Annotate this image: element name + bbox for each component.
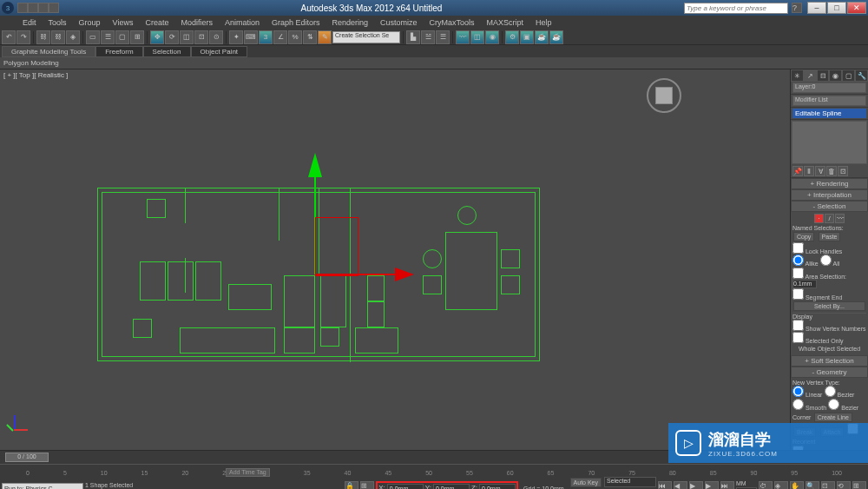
spinner-snap-icon[interactable]: ⇅ <box>303 30 317 44</box>
render-frame-icon[interactable]: ▣ <box>520 30 534 44</box>
spline-subobj-icon[interactable]: 〰 <box>835 214 845 223</box>
create-line-button[interactable]: Create Line <box>814 413 852 422</box>
rollout-interpolation[interactable]: + Interpolation <box>791 189 868 201</box>
remove-mod-icon[interactable]: 🗑 <box>826 166 837 176</box>
move-icon[interactable]: ✥ <box>150 30 164 44</box>
menu-graph-editors[interactable]: Graph Editors <box>266 17 326 28</box>
menu-customize[interactable]: Customize <box>375 17 423 28</box>
app-icon[interactable]: 3 <box>2 2 14 14</box>
tab-graphite[interactable]: Graphite Modeling Tools <box>2 46 95 57</box>
pan-icon[interactable]: ✋ <box>790 481 804 489</box>
lock-handles-checkbox[interactable]: Lock Handles <box>792 242 866 254</box>
rollout-rendering[interactable]: + Rendering <box>791 178 868 189</box>
qat-btn[interactable] <box>28 3 38 13</box>
help-search-input[interactable] <box>684 3 788 14</box>
menu-edit[interactable]: Edit <box>17 17 42 28</box>
segment-end-checkbox[interactable]: Segment End <box>792 288 866 301</box>
max-viewport-icon[interactable]: ⊞ <box>852 481 866 489</box>
gizmo-x-arrow-icon[interactable] <box>395 268 414 281</box>
abs-rel-icon[interactable]: ⊞ <box>360 481 374 489</box>
percent-snap-icon[interactable]: % <box>288 30 302 44</box>
zoom-icon[interactable]: 🔍 <box>806 481 819 489</box>
segment-subobj-icon[interactable]: / <box>825 214 834 223</box>
tab-freeform[interactable]: Freeform <box>95 46 142 57</box>
close-button[interactable]: ✕ <box>847 2 866 14</box>
tab-object-paint[interactable]: Object Paint <box>191 46 248 57</box>
unique-icon[interactable]: ∀ <box>815 166 825 176</box>
area-sel-checkbox[interactable]: Area Selection: 0.1mm <box>792 268 866 288</box>
menu-animation[interactable]: Animation <box>220 17 265 28</box>
tab-selection[interactable]: Selection <box>143 46 191 57</box>
rollout-geometry[interactable]: - Geometry <box>791 367 868 378</box>
display-tab-icon[interactable]: ▢ <box>842 69 855 82</box>
alike-radio[interactable]: Alike <box>792 261 819 267</box>
modify-tab-icon[interactable]: ↗ <box>804 69 817 82</box>
configure-icon[interactable]: ⊡ <box>838 166 848 176</box>
angle-snap-icon[interactable]: ∠ <box>273 30 287 44</box>
viewport[interactable]: [ + ][ Top ][ Realistic ] <box>0 69 790 450</box>
time-config-icon[interactable]: ⏱ <box>759 481 773 489</box>
rotate-icon[interactable]: ⟳ <box>165 30 179 44</box>
goto-end-icon[interactable]: ⏭ <box>720 481 734 489</box>
render-setup-icon[interactable]: ⚙ <box>505 30 519 44</box>
keyboard-icon[interactable]: ⌨ <box>244 30 258 44</box>
rollout-selection[interactable]: - Selection <box>791 201 868 212</box>
material-editor-icon[interactable]: ◉ <box>485 30 499 44</box>
show-end-icon[interactable]: Ⅱ <box>804 166 814 176</box>
named-selection-dropdown[interactable]: Create Selection Se <box>332 31 400 43</box>
menu-rendering[interactable]: Rendering <box>327 17 374 28</box>
help-icon[interactable]: ? <box>792 3 802 13</box>
menu-crymaxtools[interactable]: CryMaxTools <box>424 17 480 28</box>
pin-stack-icon[interactable]: 📌 <box>792 166 803 176</box>
zoom-extents-icon[interactable]: ⊡ <box>821 481 835 489</box>
bezier-radio[interactable]: Bezier <box>825 392 855 398</box>
menu-group[interactable]: Group <box>74 17 106 28</box>
edit-named-sel-icon[interactable]: ✎ <box>318 30 332 44</box>
modifier-list-dropdown[interactable]: Modifier List <box>792 96 866 106</box>
copy-button[interactable]: Copy <box>793 232 814 241</box>
render-icon[interactable]: ☕ <box>535 30 549 44</box>
maximize-button[interactable]: □ <box>827 2 846 14</box>
menu-modifiers[interactable]: Modifiers <box>175 17 218 28</box>
render-prod-icon[interactable]: ☕ <box>549 30 563 44</box>
orbit-icon[interactable]: ⟲ <box>837 481 851 489</box>
show-vn-checkbox[interactable]: Show Vertex Numbers <box>792 320 866 332</box>
menu-maxscript[interactable]: MAXScript <box>482 17 529 28</box>
time-slider-handle[interactable]: 0 / 100 <box>5 453 49 462</box>
qat-btn[interactable] <box>38 3 49 13</box>
create-tab-icon[interactable]: ✳ <box>791 69 804 82</box>
minimize-button[interactable]: – <box>807 2 826 14</box>
play-icon[interactable]: ▶ <box>689 481 703 489</box>
undo-icon[interactable]: ↶ <box>2 30 16 44</box>
select-name-icon[interactable]: ☰ <box>101 30 115 44</box>
bind-icon[interactable]: ◈ <box>66 30 80 44</box>
auto-key-button[interactable]: Auto Key <box>570 478 602 487</box>
redo-icon[interactable]: ↷ <box>16 30 30 44</box>
select-by-button[interactable]: Select By... <box>793 301 865 311</box>
paste-button[interactable]: Paste <box>819 232 841 241</box>
lock-selection-icon[interactable]: 🔒 <box>345 481 358 489</box>
rollout-soft-sel[interactable]: + Soft Selection <box>791 355 868 367</box>
all-radio[interactable]: All <box>820 261 839 267</box>
gizmo-y-arrow-icon[interactable] <box>308 153 322 177</box>
prev-frame-icon[interactable]: ◀ <box>674 481 687 489</box>
utilities-tab-icon[interactable]: 🔧 <box>855 69 868 82</box>
x-coord-input[interactable] <box>387 484 424 490</box>
mirror-icon[interactable]: ▙ <box>406 30 420 44</box>
unlink-icon[interactable]: ⛓ <box>51 30 65 44</box>
hierarchy-tab-icon[interactable]: ⊟ <box>817 69 830 82</box>
next-frame-icon[interactable]: ▶ <box>705 481 719 489</box>
snap-toggle-icon[interactable]: 3 <box>259 30 273 44</box>
ref-coord-icon[interactable]: ⊡ <box>194 30 208 44</box>
add-time-tag[interactable]: Add Time Tag <box>226 468 270 477</box>
modifier-stack-item[interactable]: Editable Spline <box>792 109 866 118</box>
y-coord-input[interactable] <box>433 484 470 490</box>
motion-tab-icon[interactable]: ◉ <box>829 69 842 82</box>
menu-views[interactable]: Views <box>108 17 139 28</box>
z-coord-input[interactable] <box>479 484 516 490</box>
time-ruler[interactable]: 0 5 10 15 20 25 30 35 40 45 50 55 60 65 … <box>0 464 868 476</box>
goto-start-icon[interactable]: ⏮ <box>658 481 672 489</box>
qat-btn[interactable] <box>49 3 59 13</box>
smooth-radio[interactable]: Smooth <box>792 405 826 411</box>
manipulate-icon[interactable]: ✦ <box>229 30 243 44</box>
